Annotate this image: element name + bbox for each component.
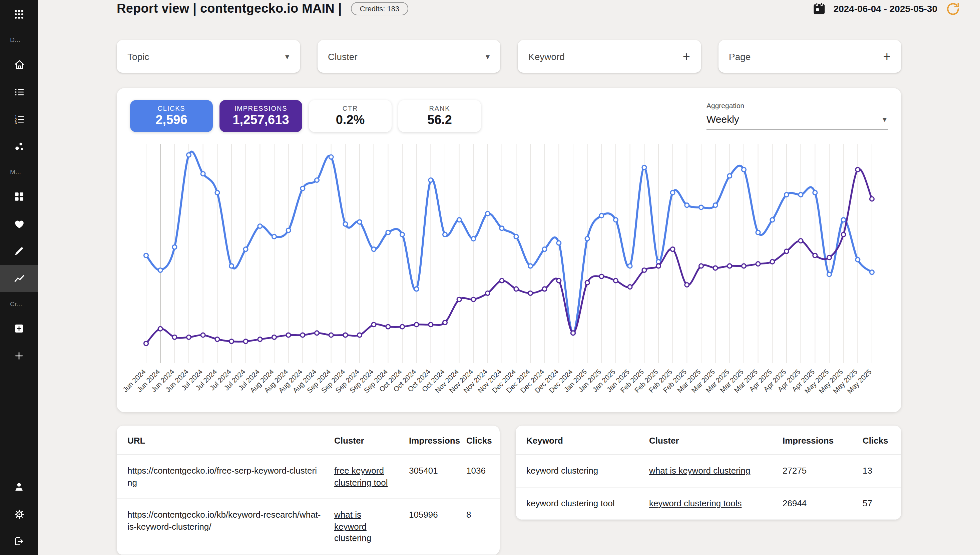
sidebar-item-dashboard[interactable]: [0, 183, 38, 210]
page-url: https://contentgecko.io/kb/keyword-resea…: [117, 499, 327, 555]
plus-icon: +: [883, 50, 890, 63]
aggregation-value: Weekly: [706, 114, 739, 125]
rank-metric-label: RANK: [409, 105, 470, 112]
sidebar-section-label: Cr...: [0, 292, 38, 315]
refresh-icon: [946, 2, 960, 16]
trend-chart[interactable]: Jun 2024Jun 2024Jun 2024Jun 2024Jul 2024…: [130, 140, 888, 407]
column-header: Impressions: [776, 426, 856, 455]
date-range-picker[interactable]: 2024-06-04 - 2025-05-30: [812, 2, 937, 16]
sidebar-item-clusters[interactable]: [0, 133, 38, 160]
heart-icon: [13, 218, 25, 230]
table-header-row: URL Cluster Impressions Clicks: [117, 426, 500, 455]
table-row: https://contentgecko.io/free-serp-keywor…: [117, 455, 500, 499]
column-header: Clicks: [856, 426, 901, 455]
sidebar-item-favorites[interactable]: [0, 210, 38, 237]
clicks-value: 1036: [460, 455, 500, 499]
table-row: keyword clustering tool keyword clusteri…: [516, 487, 901, 520]
sidebar-item-add-box[interactable]: [0, 315, 38, 342]
report-chart-card: CLICKS 2,596 IMPRESSIONS 1,257,613 CTR 0…: [117, 88, 901, 412]
clusters-icon: [13, 140, 25, 152]
impressions-value: 27275: [776, 455, 856, 487]
column-header: Cluster: [642, 426, 776, 455]
sidebar-item-list[interactable]: [0, 78, 38, 105]
sidebar-section-label: D...: [0, 28, 38, 51]
sidebar-item-add[interactable]: [0, 342, 38, 370]
column-header: Keyword: [516, 426, 642, 455]
header: Report view | contentgecko.io MAIN | Cre…: [38, 0, 980, 18]
cluster-filter[interactable]: Cluster ▾: [317, 40, 500, 73]
page-title: Report view | contentgecko.io MAIN |: [117, 2, 342, 16]
svg-text:3: 3: [15, 120, 17, 124]
aggregation-label: Aggregation: [706, 102, 888, 110]
column-header: Impressions: [402, 426, 460, 455]
cluster-link[interactable]: keyword clustering tools: [649, 498, 741, 508]
metrics-row: CLICKS 2,596 IMPRESSIONS 1,257,613 CTR 0…: [130, 100, 888, 132]
credits-badge: Credits: 183: [351, 2, 408, 15]
pencil-icon: [13, 245, 25, 257]
line-chart-icon: [13, 273, 25, 284]
cluster-link[interactable]: free keyword clustering tool: [334, 466, 388, 488]
aggregation-select[interactable]: Aggregation Weekly ▾: [706, 100, 888, 130]
sidebar-item-analytics[interactable]: [0, 265, 38, 292]
main-area: Report view | contentgecko.io MAIN | Cre…: [38, 0, 980, 555]
clicks-metric-chip[interactable]: CLICKS 2,596: [130, 100, 213, 132]
ordered-list-icon: 123: [13, 113, 25, 125]
impressions-metric-label: IMPRESSIONS: [230, 105, 292, 112]
keyword-value: keyword clustering tool: [516, 487, 642, 520]
column-header: Clicks: [460, 426, 500, 455]
cluster-filter-label: Cluster: [328, 51, 358, 62]
sidebar-item-account[interactable]: [0, 473, 38, 500]
refresh-button[interactable]: [946, 2, 960, 16]
sidebar: D... 123 M...: [0, 0, 38, 555]
keyword-filter[interactable]: Keyword +: [518, 40, 701, 73]
logout-icon: [13, 536, 25, 547]
sidebar-item-home[interactable]: [0, 51, 38, 78]
page-filter-label: Page: [729, 51, 751, 62]
sidebar-item-settings[interactable]: [0, 500, 38, 528]
impressions-value: 26944: [776, 487, 856, 520]
pages-table-card: URL Cluster Impressions Clicks https://c…: [117, 426, 500, 555]
sidebar-item-logout[interactable]: [0, 528, 38, 555]
page-filter[interactable]: Page +: [718, 40, 901, 73]
clicks-metric-label: CLICKS: [141, 105, 202, 112]
table-row: keyword clustering what is keyword clust…: [516, 455, 901, 487]
topic-filter-label: Topic: [127, 51, 149, 62]
chevron-down-icon: ▾: [486, 53, 490, 61]
home-icon: [13, 58, 25, 71]
topic-filter[interactable]: Topic ▾: [117, 40, 300, 73]
ctr-metric-chip[interactable]: CTR 0.2%: [309, 100, 391, 132]
keyword-filter-label: Keyword: [528, 51, 565, 62]
rank-metric-chip[interactable]: RANK 56.2: [398, 100, 481, 132]
date-range-label: 2024-06-04 - 2025-05-30: [834, 3, 937, 14]
keywords-table: Keyword Cluster Impressions Clicks keywo…: [516, 426, 901, 520]
table-header-row: Keyword Cluster Impressions Clicks: [516, 426, 901, 455]
sidebar-item-apps[interactable]: [0, 0, 38, 28]
keywords-table-card: Keyword Cluster Impressions Clicks keywo…: [516, 426, 901, 520]
cluster-link[interactable]: what is keyword clustering: [649, 466, 750, 476]
column-header: Cluster: [327, 426, 402, 455]
plus-icon: [13, 350, 25, 361]
impressions-metric-chip[interactable]: IMPRESSIONS 1,257,613: [220, 100, 302, 132]
apps-grid-icon: [13, 8, 25, 20]
header-right: 2024-06-04 - 2025-05-30: [812, 2, 960, 16]
clicks-metric-value: 2,596: [141, 113, 202, 128]
rank-metric-value: 56.2: [409, 113, 470, 128]
table-row: https://contentgecko.io/kb/keyword-resea…: [117, 499, 500, 555]
sidebar-section-label: M...: [0, 160, 38, 183]
sidebar-item-ordered-list[interactable]: 123: [0, 105, 38, 133]
impressions-value: 305401: [402, 455, 460, 499]
sidebar-spacer: [0, 370, 38, 473]
cluster-link[interactable]: what is keyword clustering: [334, 510, 371, 543]
filter-bar: Topic ▾ Cluster ▾ Keyword + Page +: [117, 40, 901, 73]
person-icon: [13, 481, 25, 492]
plus-icon: +: [683, 50, 690, 63]
chevron-down-icon: ▾: [285, 53, 289, 61]
column-header: URL: [117, 426, 327, 455]
content: Topic ▾ Cluster ▾ Keyword + Page +: [117, 18, 901, 555]
impressions-metric-value: 1,257,613: [230, 113, 292, 128]
pages-table: URL Cluster Impressions Clicks https://c…: [117, 426, 500, 555]
calendar-icon: [812, 2, 827, 16]
dashboard-icon: [13, 191, 25, 202]
ctr-metric-value: 0.2%: [319, 113, 381, 128]
sidebar-item-edit[interactable]: [0, 237, 38, 265]
